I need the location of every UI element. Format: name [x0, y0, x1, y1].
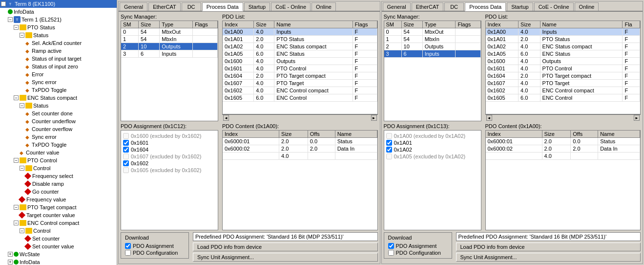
pdo-row-r-0[interactable]: 0x1A004.0InputsF: [486, 28, 640, 36]
download-pdo-assignment-check-r[interactable]: [388, 243, 394, 249]
pdo-list-scrollbar-r[interactable]: ◄ ►: [485, 114, 641, 121]
checkbox-r-0x1A01[interactable]: [386, 140, 392, 146]
content-row-2[interactable]: 4.0: [223, 152, 377, 159]
pdo-list-scrollbar[interactable]: ◄ ►: [222, 114, 378, 121]
checkbox-r-0x1A05[interactable]: [386, 154, 392, 159]
tab-general-left[interactable]: General: [120, 2, 147, 11]
pdo-row-2[interactable]: 0x1A024.0ENC Status compactF: [223, 43, 377, 50]
expand-icon[interactable]: −: [20, 166, 24, 171]
checkbox-0x1604[interactable]: [123, 147, 129, 153]
expand-icon[interactable]: −: [14, 158, 19, 163]
tree-item-disable-ramp[interactable]: Disable ramp: [0, 180, 117, 188]
checkbox-r-0x1A00[interactable]: [386, 133, 392, 139]
sm-row-r-1[interactable]: 154MbxIn: [384, 36, 481, 43]
tab-startup-right[interactable]: Startup: [507, 2, 533, 11]
tree-item-counter-overflow[interactable]: ◆ Counter overflow: [0, 125, 117, 133]
tab-dc-left[interactable]: DC: [182, 2, 201, 11]
checkbox-0x1607[interactable]: [123, 154, 129, 159]
tab-online-left[interactable]: Online: [312, 2, 336, 11]
expand-icon[interactable]: +: [8, 260, 13, 265]
tab-coe-online-left[interactable]: CoE - Online: [271, 2, 311, 11]
tree-item-term1[interactable]: − T Term 1 (EL2521): [0, 16, 117, 23]
tree-item-freq-select[interactable]: Frequency select: [0, 172, 117, 180]
content-row-r-0[interactable]: 0x6000:012.00.0Status: [486, 137, 640, 145]
tab-online-right[interactable]: Online: [575, 2, 599, 11]
download-pdo-config-check-r[interactable]: [388, 250, 394, 256]
load-pdo-button-r[interactable]: Load PDO info from device: [456, 243, 641, 251]
tree-item-status-input-target[interactable]: ◆ Status of input target: [0, 55, 117, 63]
content-row-1[interactable]: 0x6000:022.02.0Data In: [223, 145, 377, 152]
tree-item-txpdo-toggle1[interactable]: ◆ TxPDO Toggle: [0, 86, 117, 94]
tree-item-counter-value[interactable]: ◆ Counter value: [0, 149, 117, 156]
tab-processdata-left[interactable]: Process Data: [202, 2, 243, 11]
tree-item-ramp-active[interactable]: ◆ Ramp active: [0, 47, 117, 55]
tree-item-enc-control[interactable]: − ENC Control compact: [0, 219, 117, 227]
pdo-row-r-5[interactable]: 0x16014.0PTO ControlF: [486, 65, 640, 72]
tree-item-sync-error2[interactable]: ◆ Sync error: [0, 133, 117, 141]
tab-general-right[interactable]: General: [383, 2, 411, 11]
tree-item-pto-status[interactable]: − PTO Status: [0, 23, 117, 31]
pdo-row-0[interactable]: 0x1A004.0InputsF: [223, 28, 377, 36]
checkbox-0x1600[interactable]: [123, 133, 129, 139]
tree-item-pto-target[interactable]: − PTO Target compact: [0, 203, 117, 211]
tree-item-term8[interactable]: − T Term 8 (EK1100): [0, 0, 117, 8]
pdo-row-r-2[interactable]: 0x1A024.0ENC Status compactF: [486, 43, 640, 50]
sm-row-2[interactable]: 210Outputs: [121, 43, 218, 50]
sm-row-0[interactable]: 054MbxOut: [121, 28, 218, 36]
sm-row-1[interactable]: 154MbxIn: [121, 36, 218, 43]
tree-item-sync-error1[interactable]: ◆ Sync error: [0, 78, 117, 86]
expand-icon[interactable]: −: [20, 228, 24, 233]
content-row-r-1[interactable]: 0x6000:022.02.0Data In: [486, 145, 640, 152]
pdo-row-8[interactable]: 0x16024.0ENC Control compactF: [223, 87, 377, 94]
tree-item-status2[interactable]: − Status: [0, 102, 117, 110]
expand-icon[interactable]: +: [8, 252, 13, 257]
tree-item-counter-underflow[interactable]: ◆ Counter underflow: [0, 117, 117, 125]
sm-row-3[interactable]: 36Inputs: [121, 50, 218, 58]
pdo-row-r-4[interactable]: 0x16004.0OutputsF: [486, 58, 640, 65]
download-pdo-config-check[interactable]: [125, 250, 131, 256]
load-pdo-button[interactable]: Load PDO info from device: [193, 243, 378, 251]
tab-coe-online-right[interactable]: CoE - Online: [534, 2, 574, 11]
pdo-row-7[interactable]: 0x16074.0PTO TargetF: [223, 80, 377, 87]
tree-item-error[interactable]: ◆ Error: [0, 70, 117, 78]
tree-item-enc-status[interactable]: − ENC Status compact: [0, 94, 117, 102]
tree-item-freq-value[interactable]: Frequency value: [0, 196, 117, 203]
tree-item-set-counter-value[interactable]: Set counter value: [0, 243, 117, 250]
scroll-right[interactable]: ►: [371, 115, 377, 121]
tree-item-go-counter[interactable]: Go counter: [0, 188, 117, 196]
sync-unit-button[interactable]: Sync Unit Assignment...: [193, 253, 378, 262]
pdo-row-r-1[interactable]: 0x1A012.0PTO StatusF: [486, 36, 640, 43]
tab-processdata-right[interactable]: Process Data: [465, 2, 506, 11]
checkbox-r-0x1A02[interactable]: [386, 147, 392, 153]
scroll-left[interactable]: ◄: [223, 115, 229, 121]
tab-dc-right[interactable]: DC: [444, 2, 464, 11]
tree-item-set-counter-done[interactable]: ◆ Set counter done: [0, 110, 117, 117]
tree-item-control2[interactable]: − Control: [0, 227, 117, 235]
tree-item-txpdo-toggle2[interactable]: ◆ TxPDO Toggle: [0, 141, 117, 149]
pdo-row-4[interactable]: 0x16004.0OutputsF: [223, 58, 377, 65]
tree-item-control1[interactable]: − Control: [0, 164, 117, 172]
content-row-r-2[interactable]: 4.0: [486, 152, 640, 159]
checkbox-0x1605[interactable]: [123, 167, 129, 173]
pdo-row-5[interactable]: 0x16014.0PTO ControlF: [223, 65, 377, 72]
pdo-row-1[interactable]: 0x1A012.0PTO StatusF: [223, 36, 377, 43]
pdo-row-r-9[interactable]: 0x16056.0ENC ControlF: [486, 94, 640, 102]
pdo-row-r-6[interactable]: 0x16042.0PTO Target compactF: [486, 72, 640, 80]
expand-icon[interactable]: −: [20, 33, 24, 38]
checkbox-0x1602[interactable]: [123, 160, 129, 166]
tab-ethercat-right[interactable]: EtherCAT: [412, 2, 443, 11]
sync-unit-button-r[interactable]: Sync Unit Assignment...: [456, 253, 641, 262]
tree-item-infodata1[interactable]: + InfoData: [0, 258, 117, 265]
pdo-row-r-8[interactable]: 0x16024.0ENC Control compactF: [486, 87, 640, 94]
checkbox-0x1601[interactable]: [123, 140, 129, 146]
tree-item-set-counter[interactable]: Set counter: [0, 235, 117, 243]
tree-item-wcstate[interactable]: + WcState: [0, 250, 117, 258]
pdo-row-6[interactable]: 0x16042.0PTO Target compactF: [223, 72, 377, 80]
pdo-row-r-3[interactable]: 0x1A056.0ENC StatusF: [486, 50, 640, 58]
expand-icon[interactable]: −: [8, 17, 13, 22]
sm-row-r-2[interactable]: 210Outputs: [384, 43, 481, 50]
tree-item-status-input-zero[interactable]: ◆ Status of input zero: [0, 63, 117, 70]
pdo-row-r-7[interactable]: 0x16074.0PTO TargetF: [486, 80, 640, 87]
tab-ethercat-left[interactable]: EtherCAT: [148, 2, 180, 11]
expand-icon[interactable]: −: [20, 103, 24, 108]
